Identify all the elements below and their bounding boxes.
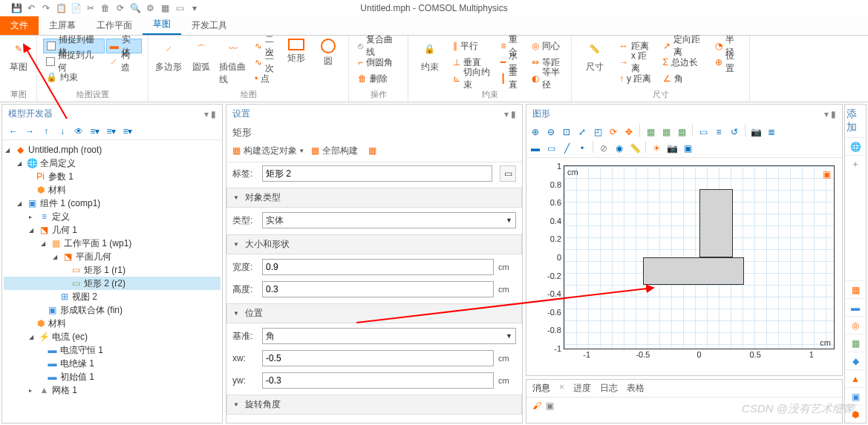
edge-icon[interactable]: ╱ [559, 141, 574, 156]
nav-fwd-icon[interactable]: → [23, 125, 36, 138]
redo-icon[interactable]: ↷ [40, 2, 52, 14]
cut-icon[interactable]: ✂ [85, 2, 97, 14]
panel-menu-icon[interactable]: ▾ ▮ [824, 109, 836, 119]
equirad-button[interactable]: ◐等半径 [529, 71, 565, 86]
record-icon[interactable]: ▣ [680, 141, 695, 156]
tree-materials-global[interactable]: ⬢材料 [4, 183, 221, 197]
shape-矩形 2[interactable] [643, 257, 744, 285]
snapshot-icon[interactable]: 📷 [665, 141, 679, 156]
point-button[interactable]: •点 [252, 71, 278, 86]
undo-icon[interactable]: ↶ [25, 2, 37, 14]
height-input[interactable] [262, 281, 494, 297]
layers-icon[interactable]: ▦ [159, 2, 171, 14]
ydist-button[interactable]: ↑y 距离 [616, 71, 656, 86]
nav-back-icon[interactable]: ← [7, 125, 20, 138]
side-icon-5[interactable]: ◆ [845, 352, 866, 369]
xw-input[interactable] [262, 350, 494, 366]
move-icon[interactable]: ✥ [621, 125, 636, 139]
directed-button[interactable]: ↗定向距离 [660, 39, 708, 53]
fillet-button[interactable]: ⌐倒圆角 [355, 55, 402, 70]
rectangle-button[interactable]: 矩形 [282, 39, 310, 65]
tree-component[interactable]: ◢▣组件 1 (comp1) [4, 197, 221, 210]
tree-geometry[interactable]: ◢⬔几何 1 [4, 223, 221, 237]
tree-view[interactable]: ⊞视图 2 [4, 290, 221, 303]
brush-icon[interactable]: 🖌 [532, 401, 541, 411]
shape-矩形 1[interactable] [699, 189, 733, 257]
concentric-button[interactable]: ◎同心 [529, 39, 565, 53]
refresh-icon[interactable]: ⟳ [114, 2, 126, 14]
side-icon-4[interactable]: ▦ [845, 334, 866, 352]
add-globe-icon[interactable]: 🌐 [845, 137, 866, 155]
tab-log[interactable]: 日志 [600, 382, 618, 395]
type-select[interactable]: 实体▼ [262, 212, 516, 228]
tab-table[interactable]: 表格 [627, 382, 645, 395]
show-icon[interactable]: 👁 [72, 125, 85, 138]
vertical2-button[interactable]: ┃垂直 [497, 71, 524, 86]
constraint-button[interactable]: 🔒约束 [414, 39, 446, 73]
arc-button[interactable]: ⌒圆弧 [187, 39, 215, 73]
label-ext-button[interactable]: ▭ [500, 165, 516, 182]
tab-workplane[interactable]: 工作平面 [86, 16, 143, 35]
zoom-box-icon[interactable]: ⊡ [559, 125, 574, 139]
point-icon[interactable]: • [575, 141, 590, 156]
totallen-button[interactable]: Σ总边长 [660, 55, 708, 70]
tree-insulation[interactable]: ▬电绝缘 1 [4, 357, 221, 370]
sketch-button[interactable]: ✎ 草图 [6, 39, 30, 73]
side-icon-7[interactable]: ▣ [845, 387, 866, 405]
tab-sketch[interactable]: 草图 [143, 15, 181, 35]
side-icon-1[interactable]: ▦ [845, 280, 866, 298]
nav-up-icon[interactable]: ↑ [39, 125, 53, 138]
expand-icon[interactable]: ≡▾ [88, 125, 102, 138]
settings-icon[interactable]: ⚙ [144, 2, 156, 14]
side-icon-3[interactable]: ◎ [845, 316, 866, 334]
construct-toggle[interactable]: ⟋构造 [106, 54, 142, 69]
side-icon-2[interactable]: ▬ [845, 298, 866, 316]
boundary-icon[interactable]: ▭ [544, 141, 558, 156]
paste-icon[interactable]: 📄 [70, 2, 82, 14]
tab-home[interactable]: 主屏幕 [39, 16, 86, 35]
section-object-type[interactable]: ▼对象类型 [226, 188, 522, 208]
list-icon[interactable]: ≡ [711, 125, 726, 139]
tab-progress[interactable]: 进度 [573, 382, 591, 395]
tree-plane-geom[interactable]: ◢⬔平面几何 [4, 250, 221, 263]
panel-menu-icon[interactable]: ▾ ▮ [204, 109, 216, 119]
tab-file[interactable]: 文件 [0, 16, 39, 35]
save-icon[interactable]: 💾 [10, 2, 22, 14]
domain-icon[interactable]: ▬ [528, 141, 543, 156]
delete-icon[interactable]: 🗑 [99, 2, 111, 14]
xdist-button[interactable]: →x 距离 [616, 55, 656, 70]
zoom-in-icon[interactable]: ⊕ [528, 125, 543, 139]
tree-union[interactable]: ▣形成联合体 (fin) [4, 303, 221, 317]
tree-params[interactable]: Pi参数 1 [4, 170, 221, 183]
tree-materials[interactable]: ⬢材料 [4, 317, 221, 330]
hide-icon[interactable]: ⊘ [596, 141, 611, 156]
light-icon[interactable]: ☀ [649, 141, 664, 156]
tree-rect2[interactable]: ▭矩形 2 (r2) [4, 277, 221, 290]
measure-icon[interactable]: 📏 [627, 141, 642, 156]
select-icon[interactable]: ▭ [696, 125, 711, 139]
tangent-button[interactable]: ⊾切向约束 [450, 71, 494, 86]
zoom-extents-icon[interactable]: ⤢ [575, 125, 590, 139]
zoom-out-icon[interactable]: ⊖ [544, 125, 558, 139]
collapse-icon[interactable]: ≡▾ [105, 125, 118, 138]
section-rotation[interactable]: ▼旋转角度 [226, 395, 522, 415]
constraint-toggle[interactable]: 🔒约束 [43, 70, 81, 85]
rotate-icon[interactable]: ⟳ [606, 125, 621, 139]
side-icon-8[interactable]: ⬢ [845, 405, 866, 423]
section-size[interactable]: ▼大小和形状 [226, 234, 522, 254]
camera-icon[interactable]: 📷 [748, 125, 763, 139]
parallel-button[interactable]: ∥平行 [450, 39, 494, 53]
reset-icon[interactable]: ↺ [727, 125, 742, 139]
build-all-button[interactable]: ▦全部构建 [311, 144, 358, 157]
find-icon[interactable]: 🔍 [129, 2, 141, 14]
width-input[interactable] [262, 259, 494, 275]
tab-devtools[interactable]: 开发工具 [181, 16, 238, 35]
tab-messages[interactable]: 消息 [532, 382, 550, 395]
list-icon[interactable]: ≡▾ [121, 125, 134, 138]
add-plus-icon[interactable]: ＋ [845, 155, 866, 173]
composite-button[interactable]: ⎋复合曲线 [355, 39, 402, 53]
cubic-button[interactable]: ∿三次 [252, 55, 278, 70]
view-yz-icon[interactable]: ▦ [659, 125, 673, 139]
extra-icon[interactable]: ▦ [365, 144, 379, 157]
tree-root[interactable]: ◢◆Untitled.mph (root) [4, 143, 221, 157]
